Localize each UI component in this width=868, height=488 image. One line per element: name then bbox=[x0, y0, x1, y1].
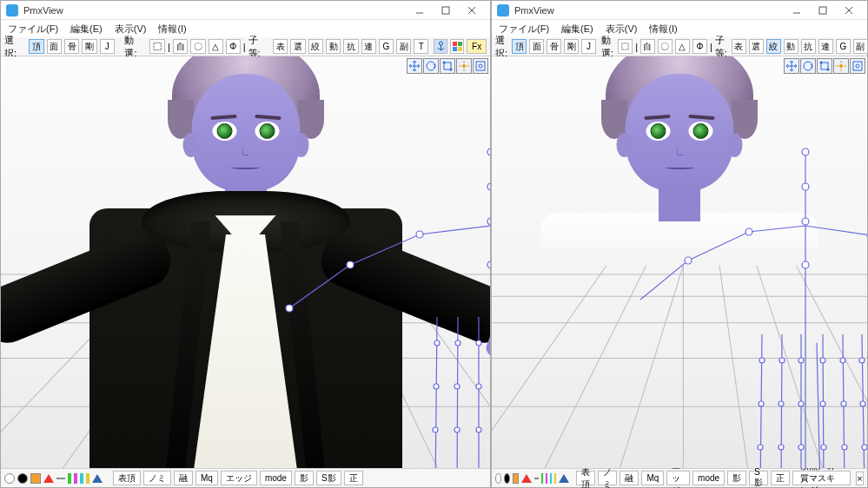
merge-button[interactable]: 融 bbox=[174, 471, 193, 485]
bg-white-button[interactable] bbox=[4, 473, 15, 484]
material-swatch-button[interactable] bbox=[513, 473, 519, 484]
tmode-7-button[interactable]: 副 bbox=[396, 39, 411, 54]
merge-button[interactable]: 融 bbox=[620, 471, 639, 485]
shadow-button[interactable]: 影 bbox=[727, 471, 746, 485]
drag-phi-button[interactable]: Φ bbox=[226, 39, 241, 54]
close-button[interactable] bbox=[459, 3, 485, 18]
tmode-2-button[interactable]: 絞 bbox=[766, 39, 781, 54]
ortho-button[interactable]: 正 bbox=[344, 471, 363, 485]
tmode-3-button[interactable]: 動 bbox=[784, 39, 798, 54]
tmode-5-button[interactable]: 連 bbox=[818, 39, 833, 54]
gizmo-rotate-icon[interactable] bbox=[423, 58, 439, 74]
select-face-button[interactable]: 面 bbox=[47, 39, 62, 54]
edge-button[interactable]: エッジ bbox=[666, 471, 690, 485]
shadow-button[interactable]: 影 bbox=[295, 471, 314, 485]
drag-free-button[interactable]: 自 bbox=[640, 39, 655, 54]
tmode-5-button[interactable]: 連 bbox=[361, 39, 376, 54]
drag-free-button[interactable]: 自 bbox=[173, 39, 188, 54]
gizmo-move-icon[interactable] bbox=[407, 58, 422, 74]
mode-button[interactable]: mode bbox=[692, 471, 725, 485]
bar-yellow-icon[interactable] bbox=[554, 473, 556, 484]
bg-white-button[interactable] bbox=[495, 473, 501, 484]
select-joint-button[interactable]: J bbox=[581, 39, 596, 54]
axis-blue-icon[interactable] bbox=[92, 474, 103, 483]
select-joint-button[interactable]: J bbox=[100, 39, 115, 54]
status-close-button[interactable]: × bbox=[856, 472, 864, 485]
select-rigid-button[interactable]: 剛 bbox=[82, 39, 96, 54]
select-vertex-button[interactable]: 頂 bbox=[29, 39, 43, 54]
anchor-icon-button[interactable] bbox=[434, 39, 447, 54]
bg-black-button[interactable] bbox=[17, 473, 28, 484]
bg-black-button[interactable] bbox=[504, 473, 510, 484]
nomi-button[interactable]: ノミ bbox=[143, 471, 171, 485]
tmode-1-button[interactable]: 選 bbox=[290, 39, 305, 54]
viewport-3d[interactable] bbox=[1, 56, 490, 468]
fx-button[interactable]: Fx bbox=[467, 39, 487, 54]
maximize-button[interactable] bbox=[433, 3, 459, 18]
minimize-button[interactable] bbox=[784, 3, 810, 18]
tmode-1-button[interactable]: 選 bbox=[749, 39, 764, 54]
drag-triangle-button[interactable]: △ bbox=[675, 39, 690, 54]
tmode-4-button[interactable]: 抗 bbox=[801, 39, 816, 54]
tmode-4-button[interactable]: 抗 bbox=[343, 39, 358, 54]
tmode-6-button[interactable]: G bbox=[379, 39, 394, 54]
select-bone-button[interactable]: 骨 bbox=[547, 39, 561, 54]
axis-red-icon[interactable] bbox=[43, 474, 54, 483]
menu-edit[interactable]: 編集(E) bbox=[70, 23, 103, 36]
grid-icon-button[interactable] bbox=[450, 39, 464, 54]
bar-yellow-icon[interactable] bbox=[86, 473, 89, 484]
axis-red-icon[interactable] bbox=[521, 474, 532, 483]
tmode-6-button[interactable]: G bbox=[836, 39, 851, 54]
gizmo-scale-icon[interactable] bbox=[817, 58, 832, 74]
tmode-7-button[interactable]: 副 bbox=[853, 39, 868, 54]
bar-green-icon[interactable] bbox=[541, 473, 543, 484]
bar-magenta-icon[interactable] bbox=[546, 473, 547, 484]
drag-circle-button[interactable]: 〇 bbox=[658, 39, 673, 54]
show-vertex-button[interactable]: 表頂 bbox=[576, 471, 595, 485]
edge-button[interactable]: エッジ bbox=[221, 471, 257, 485]
menu-info[interactable]: 情報(I) bbox=[649, 23, 677, 36]
move-select-button[interactable] bbox=[618, 39, 633, 54]
select-mode-label: 選択: bbox=[4, 34, 24, 60]
axis-blue-icon[interactable] bbox=[559, 474, 569, 483]
select-bone-button[interactable]: 骨 bbox=[64, 39, 79, 54]
select-vertex-button[interactable]: 頂 bbox=[512, 39, 527, 54]
tmode-3-button[interactable]: 動 bbox=[326, 39, 341, 54]
maximize-button[interactable] bbox=[810, 3, 836, 18]
self-shadow-button[interactable]: S影 bbox=[316, 471, 341, 485]
viewport-3d[interactable] bbox=[492, 56, 867, 468]
tmode-8-button[interactable]: T bbox=[414, 39, 428, 54]
drag-circle-button[interactable]: 〇 bbox=[190, 39, 205, 54]
show-vertex-button[interactable]: 表頂 bbox=[113, 471, 141, 485]
bar-green-icon[interactable] bbox=[68, 473, 71, 484]
move-select-button[interactable] bbox=[149, 39, 165, 54]
material-swatch-button[interactable] bbox=[30, 473, 41, 484]
tmode-0-button[interactable]: 表 bbox=[732, 39, 746, 54]
bar-magenta-icon[interactable] bbox=[74, 473, 77, 484]
select-face-button[interactable]: 面 bbox=[529, 39, 544, 54]
drag-triangle-button[interactable]: △ bbox=[209, 39, 223, 54]
ortho-button[interactable]: 正 bbox=[771, 471, 790, 485]
nomi-button[interactable]: ノミ bbox=[598, 471, 617, 485]
bar-cyan-icon[interactable] bbox=[550, 473, 552, 484]
gizmo-fit-icon[interactable] bbox=[850, 58, 865, 74]
close-button[interactable] bbox=[836, 3, 862, 18]
drag-phi-button[interactable]: Φ bbox=[692, 39, 707, 54]
bar-cyan-icon[interactable] bbox=[80, 473, 83, 484]
self-shadow-button[interactable]: S影 bbox=[749, 471, 768, 485]
mode-button[interactable]: mode bbox=[260, 471, 292, 485]
mq-button[interactable]: Mq bbox=[641, 471, 664, 485]
gizmo-scale-icon[interactable] bbox=[440, 58, 455, 74]
gizmo-center-icon[interactable] bbox=[456, 58, 472, 74]
tmode-0-button[interactable]: 表 bbox=[273, 39, 288, 54]
mq-button[interactable]: Mq bbox=[195, 471, 218, 485]
select-rigid-button[interactable]: 剛 bbox=[564, 39, 579, 54]
tmode-2-button[interactable]: 絞 bbox=[308, 39, 323, 54]
gizmo-move-icon[interactable] bbox=[784, 58, 799, 74]
gizmo-fit-icon[interactable] bbox=[473, 58, 488, 74]
menu-edit[interactable]: 編集(E) bbox=[561, 23, 593, 36]
gizmo-rotate-icon[interactable] bbox=[800, 58, 816, 74]
minimize-button[interactable] bbox=[407, 3, 433, 18]
menu-info[interactable]: 情報(I) bbox=[158, 23, 186, 36]
gizmo-center-icon[interactable] bbox=[833, 58, 849, 74]
